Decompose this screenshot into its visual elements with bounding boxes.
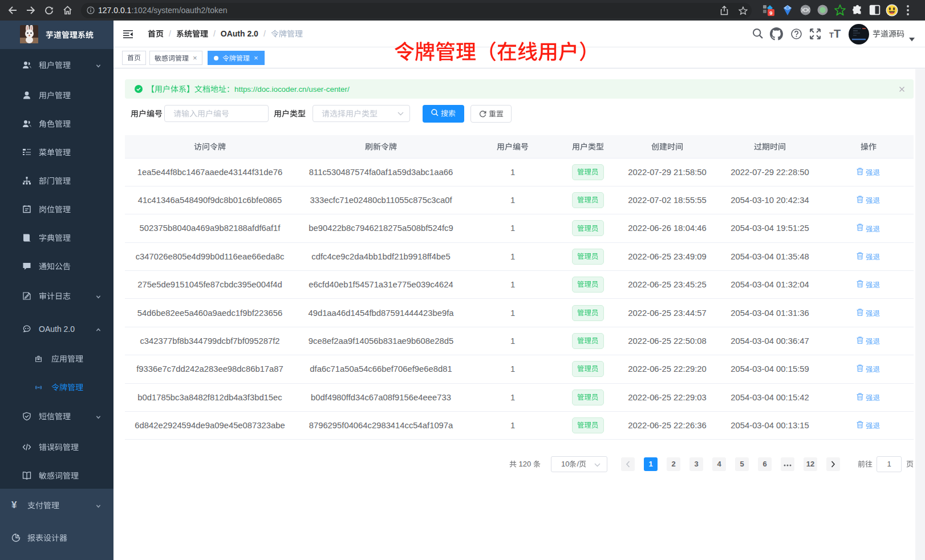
svg-text:9: 9 <box>769 10 772 16</box>
